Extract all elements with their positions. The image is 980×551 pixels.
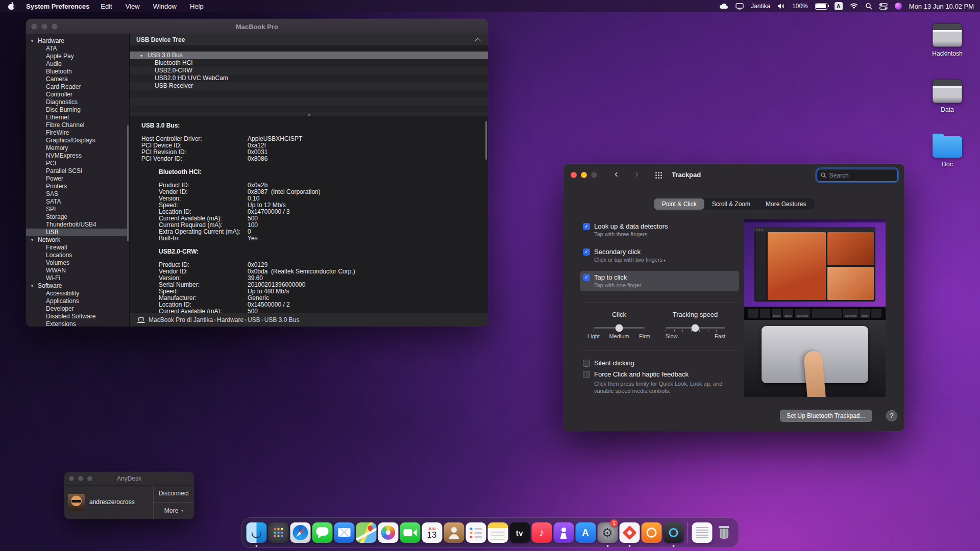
checkbox-force-click-and-haptic-feedback[interactable] [583,371,590,378]
show-all-icon[interactable] [655,172,662,179]
display-menu-icon[interactable] [736,3,744,10]
search-input[interactable] [828,171,894,180]
close-button[interactable] [571,172,577,178]
sidebar-item-locations[interactable]: Locations [26,252,129,259]
volume-icon[interactable] [777,3,785,9]
sidebar-item-nvmexpress[interactable]: NVMExpress [26,152,129,160]
search-field[interactable] [817,169,898,182]
dock-tv[interactable]: tv [509,518,531,547]
slider-thumb[interactable] [616,324,623,332]
sidebar-item-fibre-channel[interactable]: Fibre Channel [26,121,129,129]
checkbox-tap-to-click[interactable]: ✓ [583,274,590,281]
sidebar-item-card-reader[interactable]: Card Reader [26,83,129,91]
sidebar-group-hardware[interactable]: ▾Hardware [26,37,129,45]
sidebar-item-apple-pay[interactable]: Apple Pay [26,53,129,60]
user-switcher[interactable]: Jantika [751,3,770,10]
dock-document[interactable] [691,518,713,547]
sidebar-item-extensions[interactable]: Extensions [26,320,129,327]
menu-edit[interactable]: Edit [101,3,112,10]
sidebar-item-thunderbolt-usb4[interactable]: Thunderbolt/USB4 [26,221,129,229]
option-look-up-data-detectors[interactable]: ✓Look up & data detectorsTap with three … [580,220,739,240]
tab-more-gestures[interactable]: More Gestures [758,198,814,210]
sidebar-item-developer[interactable]: Developer [26,305,129,313]
disconnect-button[interactable]: Disconnect [154,485,194,502]
back-button[interactable]: ‹ [615,168,618,180]
minimize-button[interactable] [581,172,587,178]
menu-app-name[interactable]: System Preferences [26,3,89,10]
slider-track[interactable] [666,327,725,329]
sidebar-item-pci[interactable]: PCI [26,160,129,167]
dock-messages[interactable] [311,518,333,547]
device-tree-row-usb-3-0-bus[interactable]: ▾USB 3.0 Bus [130,52,488,59]
wifi-icon[interactable] [850,3,858,9]
dock-dark-app[interactable] [663,518,684,547]
slider-track[interactable] [594,327,645,329]
dock-trash[interactable] [713,518,735,547]
usb-device-tree-header[interactable]: USB Device Tree [130,34,488,46]
dock-anydesk[interactable] [619,518,641,547]
dock-safari[interactable] [289,518,311,547]
sidebar-item-volumes[interactable]: Volumes [26,259,129,267]
sidebar-item-printers[interactable]: Printers [26,183,129,190]
sidebar-item-storage[interactable]: Storage [26,213,129,221]
dock-podcasts[interactable] [553,518,575,547]
dock-launchpad[interactable] [267,518,289,547]
dock-system-preferences[interactable]: ⚙1 [597,518,619,547]
desktop-icon-data[interactable]: Data [928,80,967,113]
sidebar-group-software[interactable]: ▾Software [26,282,129,290]
input-source-icon[interactable]: A [835,2,843,10]
menu-view[interactable]: View [126,3,140,10]
siri-icon[interactable] [895,3,902,10]
dock-reminders[interactable] [465,518,487,547]
sidebar-item-sata[interactable]: SATA [26,198,129,206]
sidebar-scrollbar[interactable] [127,125,129,241]
sidebar-item-ethernet[interactable]: Ethernet [26,114,129,121]
trackpad-titlebar[interactable]: ‹ › Trackpad [564,164,904,186]
sidebar-item-wi-fi[interactable]: Wi-Fi [26,274,129,282]
device-tree-row-bluetooth-hci[interactable]: Bluetooth HCI [130,59,488,67]
sidebar-item-firewire[interactable]: FireWire [26,129,129,137]
sidebar-item-applications[interactable]: Applications [26,297,129,305]
menu-bar-clock[interactable]: Mon 13 Jun 10.02 PM [909,3,974,10]
anydesk-titlebar[interactable]: AnyDesk [64,472,194,486]
desktop-icon-doc[interactable]: Doc [928,134,967,168]
dock-music[interactable]: ♪ [531,518,553,547]
dock-app-store[interactable]: A [575,518,597,547]
minimize-button[interactable] [78,476,83,481]
sidebar-item-ata[interactable]: ATA [26,45,129,53]
close-button[interactable] [31,23,37,30]
sidebar-item-disc-burning[interactable]: Disc Burning [26,106,129,114]
dock-photos[interactable] [377,518,399,547]
sidebar-item-memory[interactable]: Memory [26,144,129,152]
breadcrumb-hardware[interactable]: Hardware [217,316,243,323]
zoom-button[interactable] [87,476,92,481]
checkbox-silent-clicking[interactable] [583,360,590,367]
dock-facetime[interactable] [399,518,421,547]
cloud-icon[interactable] [719,3,728,9]
dock-calendar[interactable]: JUN13 [421,518,443,547]
sidebar-item-audio[interactable]: Audio [26,60,129,68]
help-button[interactable]: ? [886,410,897,421]
more-button[interactable]: More ▾ [154,502,194,519]
device-tree-row-usb2-0-crw[interactable]: USB2.0-CRW [130,67,488,74]
dock-maps[interactable] [355,518,377,547]
chevron-down-icon[interactable]: ▾ [663,258,666,263]
sidebar-item-accessibility[interactable]: Accessibility [26,290,129,297]
zoom-button[interactable] [591,172,597,178]
sidebar-group-network[interactable]: ▾Network [26,236,129,244]
breadcrumb-usb[interactable]: USB [248,316,260,323]
minimize-button[interactable] [41,23,47,30]
sidebar-item-wwan[interactable]: WWAN [26,267,129,274]
sidebar-item-sas[interactable]: SAS [26,190,129,198]
menu-window[interactable]: Window [153,3,177,10]
checkbox-secondary-click[interactable]: ✓ [583,248,590,256]
disclosure-icon[interactable]: ▾ [140,52,148,60]
forward-button[interactable]: › [635,168,639,180]
dock-orange-app[interactable] [641,518,663,547]
details-scrollbar[interactable] [485,121,487,160]
sidebar-item-disabled-software[interactable]: Disabled Software [26,313,129,320]
setup-bluetooth-trackpad-button[interactable]: Set Up Bluetooth Trackpad… [780,410,872,422]
breadcrumb-usb-3-0-bus[interactable]: USB 3.0 Bus [264,316,300,323]
slider-thumb[interactable] [692,324,699,332]
sidebar-item-firewall[interactable]: Firewall [26,244,129,252]
